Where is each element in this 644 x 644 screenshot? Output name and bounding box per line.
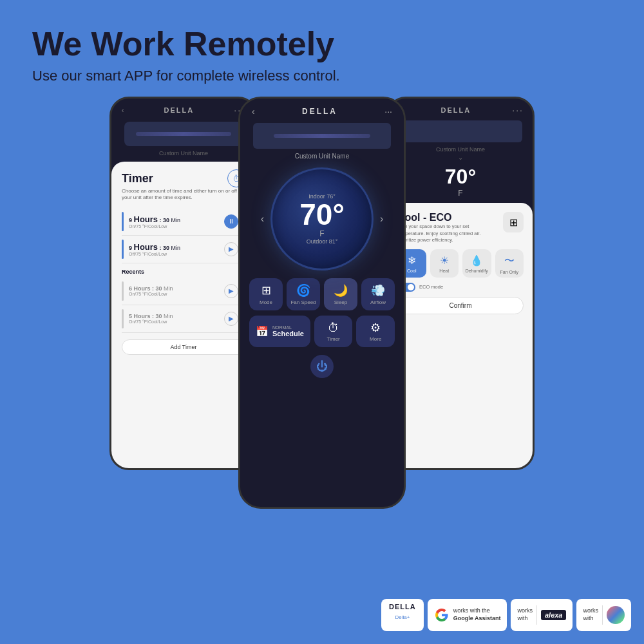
center-screen: ‹ DELLA ··· Custom Unit Name ‹ Indoor 76… — [240, 99, 404, 383]
dehumidify-icon: 💧 — [470, 254, 483, 267]
alexa-works-line1: works — [517, 607, 533, 614]
timer-description: Choose an amount of time and either turn… — [122, 188, 245, 202]
center-ac-image — [274, 134, 370, 138]
timer-item-1: 9 Hours : 30 Min On/75 °F/Cool/Low ⏸ › — [122, 208, 245, 236]
more-label: More — [370, 336, 381, 342]
more-icon: ⚙ — [370, 321, 381, 335]
center-timer-icon: ⏱ — [328, 321, 339, 335]
down-chevron-icon: ⌄ — [388, 154, 533, 161]
phones-container: ‹ DELLA ··· Custom Unit Name Timer ⏱ Cho… — [0, 97, 644, 509]
timer-bar-1 — [122, 212, 124, 231]
add-timer-button[interactable]: Add Timer — [122, 339, 245, 355]
right-temp-unit: F — [388, 189, 533, 198]
timer-pause-icon[interactable]: ⏸ — [224, 214, 238, 229]
fan-icon: 🌀 — [296, 283, 310, 298]
alexa-works-line2: with — [517, 615, 527, 621]
alexa-divider — [536, 605, 537, 625]
confirm-button[interactable]: Confirm — [397, 297, 524, 314]
della-plus: Della+ — [395, 614, 410, 620]
sleep-label: Sleep — [334, 299, 347, 305]
siri-badge: works with — [576, 599, 631, 631]
recent-hours-2: 5 Hours : 30 Min — [129, 313, 219, 319]
main-title: We Work Remotely — [32, 26, 612, 62]
recent-play-icon-2[interactable]: ▶ — [224, 312, 238, 326]
della-logo: DELLA — [389, 603, 416, 611]
mode-grid: ❄ Cool ☀ Heat 💧 Dehumidify 〜 Fan Only — [397, 249, 524, 278]
siri-icon — [607, 606, 625, 624]
timer-bar-2 — [122, 240, 124, 259]
timer-card: Timer ⏱ Choose an amount of time and eit… — [111, 162, 256, 468]
center-menu-icon[interactable]: ··· — [384, 106, 392, 117]
della-badge: DELLA Della+ — [381, 599, 424, 631]
alexa-works-text: works with — [517, 607, 533, 622]
cool-label: Cool — [407, 269, 416, 273]
phone-center: ‹ DELLA ··· Custom Unit Name ‹ Indoor 76… — [238, 97, 406, 509]
unit-name-left: Custom Unit Name — [111, 150, 256, 156]
outdoor-temp: Outdoor 81° — [307, 238, 338, 245]
recent-bar-1 — [122, 281, 124, 301]
dehumidify-mode-button[interactable]: 💧 Dehumidify — [462, 249, 491, 278]
schedule-normal: NORMAL — [272, 325, 304, 330]
sleep-icon: 🌙 — [334, 283, 348, 298]
heat-mode-button[interactable]: ☀ Heat — [430, 249, 459, 278]
sleep-button[interactable]: 🌙 Sleep — [324, 278, 357, 310]
google-badge-text: works with the Google Assistant — [453, 607, 501, 622]
center-back-icon[interactable]: ‹ — [252, 106, 255, 117]
eco-title-block: Cool - ECO Cool your space down to your … — [397, 212, 488, 244]
timer-item-2: 9 Hours : 30 Min Off/75 °F/Cool/Low ▶ › — [122, 236, 245, 263]
more-button[interactable]: ⚙ More — [356, 316, 395, 347]
phone-right: ‹ DELLA ··· Custom Unit Name ⌄ 70° F Coo… — [386, 97, 535, 470]
schedule-button[interactable]: 📅 NORMAL Schedule — [249, 316, 310, 347]
timer-play-icon[interactable]: ▶ — [224, 242, 238, 256]
eco-grid-icon: ⊞ — [503, 212, 524, 232]
right-temp-value: 70° — [388, 165, 533, 189]
temp-value: 70° — [299, 198, 345, 231]
recent-detail-2: On/75 °F/Cool/Low — [129, 319, 219, 324]
power-button[interactable]: ⏻ — [310, 355, 334, 378]
recent-play-icon-1[interactable]: ▶ — [224, 284, 238, 298]
temp-display: ‹ Indoor 76° 70° F Outdoor 81° › — [240, 167, 404, 270]
right-brand: DELLA — [441, 106, 471, 114]
power-row: ⏻ — [240, 355, 404, 378]
phone-right-screen: ‹ DELLA ··· Custom Unit Name ⌄ 70° F Coo… — [388, 99, 533, 468]
controls-grid: ⊞ Mode 🌀 Fan Speed 🌙 Sleep 💨 Airflow — [249, 278, 395, 310]
google-text-line2: Google Assistant — [453, 615, 501, 621]
alexa-badge: works with alexa — [511, 599, 573, 631]
phone-left-topbar: ‹ DELLA ··· — [111, 99, 256, 119]
fan-only-mode-button[interactable]: 〜 Fan Only — [495, 249, 524, 278]
recent-text-2: 5 Hours : 30 Min On/75 °F/Cool/Low — [129, 313, 219, 324]
temp-down-arrow[interactable]: ‹ — [254, 213, 270, 225]
airflow-label: Airflow — [370, 299, 386, 305]
ac-unit-left — [124, 122, 243, 146]
heat-icon: ☀ — [440, 254, 449, 267]
back-arrow-icon: ‹ — [122, 107, 124, 114]
timer-hours-1: 9 Hours : 30 Min — [129, 214, 219, 224]
schedule-text: NORMAL Schedule — [272, 325, 304, 337]
airflow-button[interactable]: 💨 Airflow — [361, 278, 395, 310]
center-timer-button[interactable]: ⏱ Timer — [314, 316, 353, 347]
temp-circle: Indoor 76° 70° F Outdoor 81° — [270, 167, 374, 270]
eco-card: Cool - ECO Cool your space down to your … — [388, 203, 533, 468]
eco-mode-label: ECO mode — [419, 284, 443, 290]
dehumidify-label: Dehumidify — [466, 269, 488, 273]
right-menu-icon[interactable]: ··· — [512, 105, 524, 115]
mode-icon: ⊞ — [261, 283, 271, 298]
center-topbar: ‹ DELLA ··· — [240, 99, 404, 119]
fan-speed-button[interactable]: 🌀 Fan Speed — [287, 278, 320, 310]
eco-title: Cool - ECO — [397, 212, 488, 223]
phone-left: ‹ DELLA ··· Custom Unit Name Timer ⏱ Cho… — [109, 97, 258, 470]
schedule-label: Schedule — [272, 330, 304, 337]
main-temperature: 70° — [299, 200, 345, 229]
sub-title: Use our smart APP for complete wireless … — [32, 68, 612, 84]
center-brand: DELLA — [302, 107, 337, 116]
siri-works-line1: works — [583, 607, 598, 614]
bottom-controls: 📅 NORMAL Schedule ⏱ Timer ⚙ More — [249, 316, 395, 347]
right-temp-display: 70° F — [388, 162, 533, 200]
temp-unit-label: F — [319, 229, 324, 238]
mode-button[interactable]: ⊞ Mode — [249, 278, 283, 310]
timer-text-2: 9 Hours : 30 Min Off/75 °F/Cool/Low — [129, 242, 219, 256]
phone-left-brand: DELLA — [164, 106, 194, 114]
recent-text-1: 6 Hours : 30 Min On/75 °F/Cool/Low — [129, 285, 219, 296]
temp-up-arrow[interactable]: › — [374, 213, 390, 225]
center-ac-unit — [253, 123, 391, 149]
